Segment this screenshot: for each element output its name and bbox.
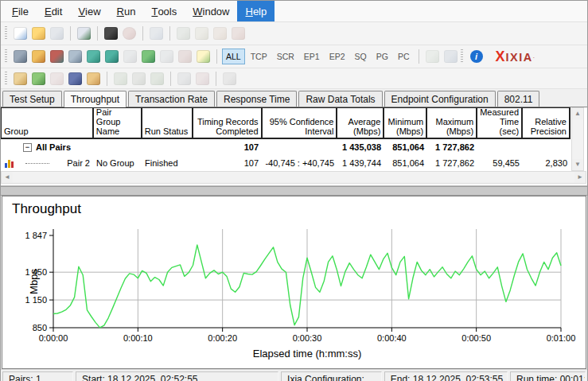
column-header-timing-records[interactable]: Timing RecordsCompleted [193, 108, 263, 139]
menu-item-window[interactable]: Window [185, 1, 237, 21]
filter-button-all[interactable]: ALL [222, 49, 245, 64]
cell-timing-records: 107 [193, 158, 262, 168]
menu-item-run[interactable]: Run [109, 1, 144, 21]
paste-pair-icon[interactable] [32, 72, 45, 85]
move-pair-icon[interactable] [87, 72, 100, 85]
filter-button-pg[interactable]: PG [372, 49, 392, 64]
copy-results-icon [195, 27, 208, 40]
unlock-pairs-icon [196, 72, 209, 85]
tab-bar: Test SetupThroughputTransaction RateResp… [1, 89, 587, 107]
x-tick-label: 0:00:00 [39, 333, 68, 343]
cell-maximum: 1 727,862 [427, 158, 477, 168]
pane-splitter[interactable] [1, 186, 587, 196]
vertical-scrollbar[interactable]: ▲ ▼ [571, 107, 584, 171]
disconnect-pairs-icon [132, 72, 146, 85]
pair-chart-icon[interactable] [5, 158, 14, 168]
scroll-down-icon[interactable]: ▼ [572, 159, 583, 170]
status-segment-0: Pairs: 1 [2, 371, 73, 381]
find-icon [232, 27, 245, 40]
toolbar-gripper [5, 26, 7, 41]
column-header-average[interactable]: Average(Mbps) [337, 108, 384, 139]
toolbar-separator [70, 26, 71, 41]
swap-endpoints-icon[interactable] [197, 50, 210, 63]
status-bar: Pairs: 1Start: 18.12.2025, 02:52:55Ixia … [1, 369, 587, 381]
tab-raw-data-totals[interactable]: Raw Data Totals [298, 91, 382, 107]
tab-test-setup[interactable]: Test Setup [2, 91, 62, 107]
edit-pair-icon[interactable] [142, 50, 155, 63]
toolbar-pairs: ALLTCPSCREP1EP2SQPGPCiXIXIA´ [1, 45, 587, 68]
cell-maximum: 1 727,862 [427, 142, 477, 152]
stop-test-icon [123, 27, 136, 40]
column-header-maximum[interactable]: Maximum(Mbps) [427, 108, 477, 139]
tab-802-11[interactable]: 802.11 [497, 91, 540, 107]
scroll-up-icon[interactable]: ▲ [572, 108, 583, 119]
add-pair-icon[interactable] [14, 50, 27, 63]
new-test-icon[interactable] [14, 27, 27, 40]
tab-response-time[interactable]: Response Time [216, 91, 297, 107]
tab-endpoint-configuration[interactable]: Endpoint Configuration [384, 91, 496, 107]
filter-button-pc[interactable]: PC [394, 49, 414, 64]
results-table-area: GroupPair GroupNameRun StatusTiming Reco… [1, 107, 587, 186]
filter-button-ep2[interactable]: EP2 [325, 49, 349, 64]
group-cell: Pair 2 [1, 158, 93, 168]
table-row-all-pairs[interactable]: −All Pairs1071 435,038851,0641 727,862 [1, 139, 570, 155]
ixia-logo-text: IXIA [506, 51, 533, 64]
menu-item-help[interactable]: Help [237, 1, 275, 21]
run-test-icon[interactable] [104, 27, 118, 40]
add-hardware-pair-icon[interactable] [87, 50, 100, 63]
menu-item-tools[interactable]: Tools [143, 1, 185, 21]
column-header-measured[interactable]: MeasuredTime (sec) [477, 108, 523, 139]
menu-item-view[interactable]: View [70, 1, 108, 21]
filter-button-sq[interactable]: SQ [351, 49, 371, 64]
toolbar-gripper [461, 49, 463, 64]
copy-pair-icon[interactable] [14, 72, 27, 85]
add-vpn-pair-icon[interactable] [50, 50, 64, 63]
add-voip-pair-icon[interactable] [105, 50, 119, 63]
table-row-pair[interactable]: Pair 2No GroupFinished107-40,745 : +40,7… [1, 155, 570, 171]
column-header-minimum[interactable]: Minimum(Mbps) [384, 108, 427, 139]
x-tick-label: 0:00:30 [293, 333, 322, 343]
filter-button-scr[interactable]: SCR [273, 49, 298, 64]
app-window: FileEditViewRunToolsWindowHelp ALLTCPSCR… [0, 0, 588, 381]
column-header-95-confidence[interactable]: 95% ConfidenceInterval [263, 108, 338, 139]
x-axis-label: Elapsed time (h:mm:ss) [253, 348, 362, 360]
replicate-pair-icon[interactable] [68, 72, 82, 85]
column-header-group[interactable]: Group [2, 108, 94, 139]
toolbar-gripper [5, 72, 7, 86]
cell-average: 1 435,038 [337, 142, 384, 152]
horizontal-scrollbar[interactable]: ◄ ► [1, 171, 586, 184]
ixia-logo: XIXIA´ [496, 50, 535, 64]
x-tick-label: 0:00:20 [208, 333, 237, 343]
filter-button-tcp[interactable]: TCP [247, 49, 271, 64]
settings-icon [223, 72, 236, 85]
menu-item-edit[interactable]: Edit [37, 1, 70, 21]
tab-throughput[interactable]: Throughput [64, 91, 127, 107]
toolbar-gripper [5, 49, 7, 64]
y-tick-label: 1 847 [25, 231, 47, 240]
scroll-left-icon[interactable]: ◄ [2, 172, 13, 183]
filter-button-ep1[interactable]: EP1 [300, 49, 324, 64]
results-grid: GroupPair GroupNameRun StatusTiming Reco… [1, 107, 570, 171]
toolbar-separator [216, 72, 216, 86]
open-test-icon[interactable] [32, 27, 45, 40]
cell-pair-group: No Group [93, 158, 142, 168]
delete-pair-icon [178, 50, 192, 63]
status-segment-4: Run time: 00:01:00 [510, 371, 586, 381]
print-icon[interactable] [77, 27, 91, 40]
add-multicast-group-icon[interactable] [68, 50, 82, 63]
column-header-run-status[interactable]: Run Status [142, 108, 193, 139]
scroll-right-icon[interactable]: ► [574, 172, 586, 183]
cell-minimum: 851,064 [384, 158, 427, 168]
info-icon[interactable]: i [470, 50, 483, 63]
lock-pairs-icon [177, 72, 191, 85]
toolbar-separator [216, 49, 217, 64]
tab-transaction-rate[interactable]: Transaction Rate [128, 91, 215, 107]
y-axis-label: Mbps [28, 269, 40, 294]
column-header-pair-group[interactable]: Pair GroupName [94, 108, 142, 139]
toolbar-separator [419, 49, 419, 64]
cell-95-confidence: -40,745 : +40,745 [262, 158, 337, 168]
menu-item-file[interactable]: File [4, 1, 37, 21]
collapse-icon[interactable]: − [23, 143, 32, 152]
column-header-relative[interactable]: RelativePrecision [523, 108, 570, 139]
add-multiple-pairs-icon[interactable] [32, 50, 45, 63]
